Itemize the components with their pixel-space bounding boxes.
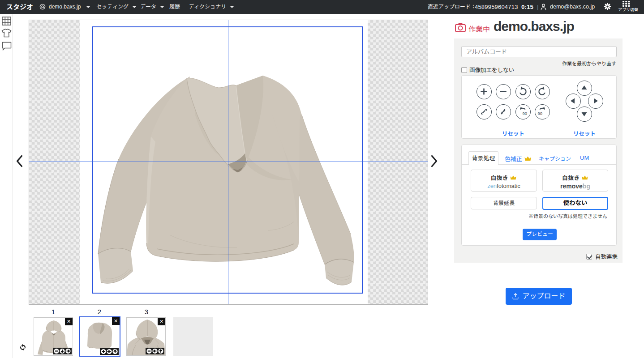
svg-text:90: 90 — [523, 111, 528, 116]
svg-text:90: 90 — [538, 111, 543, 116]
